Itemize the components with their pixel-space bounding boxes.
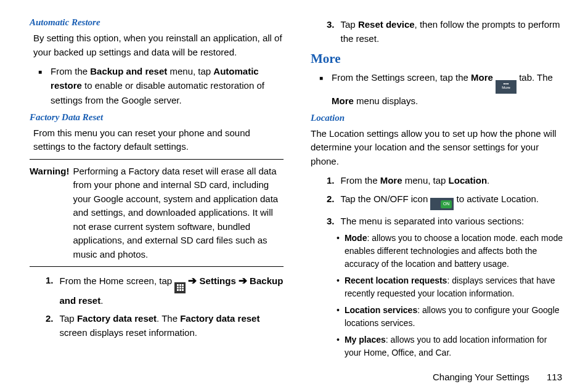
text: From the Settings screen, tap the	[332, 72, 471, 83]
desc: : allows you to choose a location mode. …	[345, 233, 563, 269]
step-number: 3.	[327, 214, 335, 228]
step-number: 1.	[327, 173, 335, 187]
warning-label: Warning!	[30, 165, 69, 262]
text: menu displays.	[354, 96, 418, 106]
bullet-text: From the Settings screen, tap the More M…	[332, 70, 565, 108]
section-title: Changing Your Settings	[433, 372, 529, 382]
lead: Location services	[345, 305, 417, 315]
bold-text: Settings	[197, 276, 239, 286]
text: menu, tap	[167, 66, 213, 76]
page-footer: Changing Your Settings 113	[433, 372, 562, 382]
loc-step-3: 3. The menu is separated into various se…	[311, 214, 565, 228]
loc-step-2: 2. Tap the ON/OFF icon ON to activate Lo…	[311, 192, 565, 210]
text: menu, tap	[402, 175, 449, 186]
bullet-dot: •	[337, 232, 340, 245]
on-off-toggle-icon: ON	[430, 198, 454, 210]
arrow-icon: ➔	[239, 275, 247, 287]
step-3: 3. Tap Reset device, then follow the pro…	[311, 17, 565, 46]
bullet-dot: •	[337, 333, 340, 346]
bold-text: More	[471, 72, 493, 83]
sub-mode: • Mode: allows you to choose a location …	[311, 232, 565, 271]
step-number: 2.	[46, 311, 54, 325]
heading-more: More	[311, 51, 565, 67]
step-text: Tap Factory data reset. The Factory data…	[60, 311, 284, 340]
step-text: The menu is separated into various secti…	[341, 214, 525, 228]
icon-label: More	[502, 85, 510, 91]
bullet-dot: •	[337, 304, 340, 317]
apps-grid-icon	[174, 282, 186, 293]
step-text: From the More menu, tap Location.	[341, 173, 490, 187]
warning-box: Warning! Performing a Factory data reset…	[30, 159, 284, 267]
sub-text: Recent location requests: displays servi…	[345, 274, 565, 300]
bullet-more: ■ From the Settings screen, tap the More…	[311, 70, 565, 108]
text: to enable or disable automatic restorati…	[51, 80, 264, 105]
heading-location: Location	[311, 113, 565, 123]
text: From the Home screen, tap	[60, 276, 175, 286]
bullet-auto-restore: ■ From the Backup and reset menu, tap Au…	[30, 64, 284, 107]
text: screen displays reset information.	[60, 327, 197, 338]
lead: My places	[345, 335, 386, 345]
bold-text: Location	[449, 175, 488, 186]
square-bullet-icon: ■	[319, 70, 323, 83]
more-tab-icon: More	[496, 80, 517, 94]
bullet-dot: •	[337, 274, 340, 287]
step-text: From the Home screen, tap ➔ Settings ➔ B…	[60, 273, 284, 308]
step-text: Tap Reset device, then follow the prompt…	[341, 17, 565, 46]
step-text: Tap the ON/OFF icon ON to activate Locat…	[341, 192, 539, 210]
text: Tap	[60, 313, 77, 324]
step-number: 3.	[327, 17, 335, 31]
loc-step-1: 1. From the More menu, tap Location.	[311, 173, 565, 187]
bold-text: More	[380, 175, 402, 186]
text: Tap	[341, 19, 358, 30]
sub-text: My places: allows you to add location in…	[345, 333, 565, 359]
text: tab. The	[519, 72, 553, 83]
square-bullet-icon: ■	[38, 64, 42, 77]
text: From the	[51, 66, 90, 76]
bold-text: More	[332, 96, 354, 106]
bold-text: Factory data reset	[77, 313, 157, 324]
para-location: The Location settings allow you to set u…	[311, 127, 565, 169]
bullet-text: From the Backup and reset menu, tap Auto…	[51, 64, 284, 107]
step-2: 2. Tap Factory data reset. The Factory d…	[30, 311, 284, 340]
on-label: ON	[441, 200, 452, 208]
bold-text: Factory data reset	[180, 313, 259, 324]
para-factory: From this menu you can reset your phone …	[30, 126, 284, 154]
sub-myplaces: • My places: allows you to add location …	[311, 333, 565, 359]
heading-factory-reset: Factory Data Reset	[30, 112, 284, 123]
text: . The	[157, 313, 180, 324]
arrow-icon: ➔	[188, 275, 197, 287]
sub-text: Mode: allows you to choose a location mo…	[345, 232, 565, 271]
lead: Recent location requests	[345, 276, 447, 285]
text: Tap the ON/OFF icon	[341, 194, 431, 204]
two-column-layout: Automatic Restore By setting this option…	[30, 17, 565, 362]
sub-recent: • Recent location requests: displays ser…	[311, 274, 565, 300]
bold-text: Backup and reset	[90, 66, 167, 76]
warning-text: Performing a Factory data reset will era…	[73, 165, 284, 262]
lead: Mode	[345, 233, 367, 243]
bold-text: Reset device	[358, 19, 415, 30]
para-auto-restore: By setting this option, when you reinsta…	[30, 31, 284, 59]
right-column: 3. Tap Reset device, then follow the pro…	[311, 17, 565, 362]
left-column: Automatic Restore By setting this option…	[30, 17, 284, 362]
sub-text: Location services: allows you to configu…	[345, 304, 565, 330]
page-number: 113	[547, 372, 562, 382]
text: to activate Location.	[457, 194, 539, 204]
step-number: 1.	[46, 273, 54, 287]
sub-services: • Location services: allows you to confi…	[311, 304, 565, 330]
step-number: 2.	[327, 192, 335, 206]
text: From the	[341, 175, 380, 186]
heading-automatic-restore: Automatic Restore	[30, 17, 284, 28]
step-1: 1. From the Home screen, tap ➔ Settings …	[30, 273, 284, 308]
